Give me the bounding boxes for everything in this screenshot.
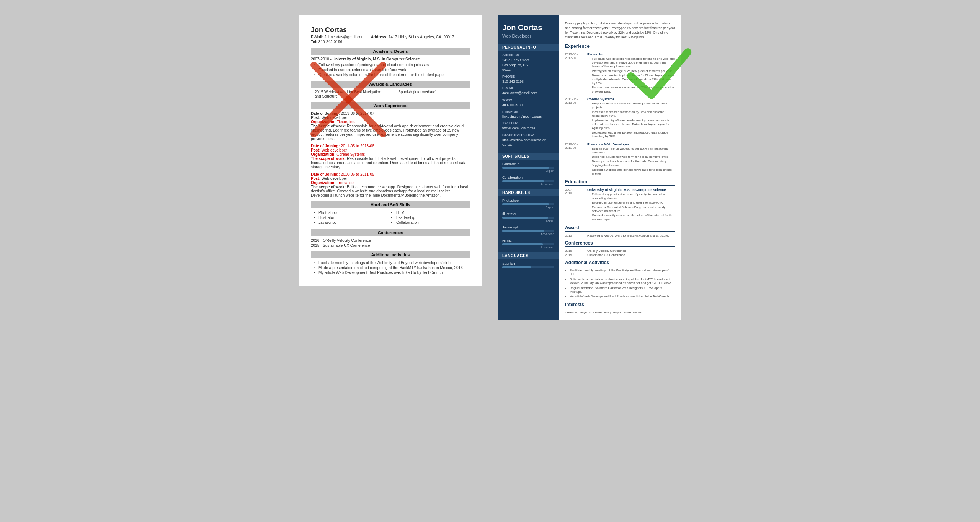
exp-entry-flexor: 2013-06 -2017-07 Flexor, Inc. Full stack…	[565, 52, 675, 95]
work-entry-1: Date of Joining: 2013-06 to 2017-07 Post…	[311, 111, 470, 141]
conf-entry-1: 2016 O'Reilly Velocity Conference	[565, 249, 675, 253]
skill-leadership-name: Leadership	[502, 162, 554, 166]
skill-javascript-bar-bg	[502, 230, 554, 232]
work-2-org: Organization: Corend Systems	[311, 152, 470, 157]
skill-2: Illustrator	[318, 215, 392, 220]
exp-corend-b3: Implemented Agile/Lean development proce…	[592, 119, 675, 130]
activity-3: My article Web Development Best Practice…	[318, 271, 470, 275]
section-conferences: Conferences	[311, 229, 470, 236]
work-1-org: Organization: Flexor, Inc.	[311, 120, 470, 124]
exp-freelance-dates: 2010-06 -2011-05	[565, 142, 584, 176]
sidebar-email-label: E-mail	[502, 86, 554, 90]
sidebar-email-value: JonCortas@gmail.com	[502, 91, 554, 96]
exp-flexor-dates: 2013-06 -2017-07	[565, 52, 584, 95]
exp-corend-b2: Increased customer satisfaction by 35% a…	[592, 110, 675, 118]
sidebar-twitter-label: Twitter	[502, 121, 554, 125]
sidebar-www-value: JonCortas.com	[502, 103, 554, 108]
exp-flexor-bullets: Full stack web developer responsible for…	[587, 57, 675, 94]
skill-collaboration-bar-bg	[502, 180, 554, 182]
academic-degree: University of Virginia, M.S. in Computer…	[333, 57, 420, 61]
skill-3: Javascript	[318, 220, 392, 225]
activities-bullets: Facilitate monthly meetings of the Webfi…	[565, 269, 675, 299]
academic-bullet-3: Created a weekly column on the future of…	[318, 73, 470, 77]
activities-list: Facilitate monthly meetings of the Webfi…	[311, 261, 470, 275]
interests-text: Collecting Vinyls, Mountain biking, Play…	[565, 311, 675, 314]
left-address: 1417 Libby St Los Angeles, CA, 90017	[389, 35, 454, 39]
activity-right-1: Facilitate monthly meetings of the Webfi…	[570, 269, 675, 277]
left-header: Jon Cortas E-Mail: Johncortas@gmail.com …	[311, 26, 470, 44]
right-interests-header: Interests	[565, 302, 675, 308]
sidebar-hard-skills-header: Hard Skills	[498, 189, 559, 196]
award-year: 2015	[565, 234, 584, 237]
skill-javascript-name: Javascript	[502, 225, 554, 229]
left-tel-label: Tel:	[311, 40, 317, 44]
skill-collaboration-name: Collaboration	[502, 176, 554, 179]
work-1-date: Date of Joining: 2013-06 to 2017-07	[311, 111, 470, 116]
exp-freelance-b4: Created a website and donations webapp f…	[592, 168, 675, 176]
left-resume: Jon Cortas E-Mail: Johncortas@gmail.com …	[299, 15, 482, 286]
conf-1-year: 2016	[565, 249, 584, 253]
work-1-post: Post: Web developer	[311, 116, 470, 120]
left-email-label: E-Mail:	[311, 35, 323, 39]
sidebar-title: Web Developer	[502, 34, 554, 38]
right-resume: Jon Cortas Web Developer Personal Info A…	[498, 15, 681, 320]
sidebar-skill-collaboration: Collaboration Advanced	[498, 176, 559, 189]
sidebar-skill-illustrator: Illustrator Expert	[498, 212, 559, 225]
sidebar-languages-header: Languages	[498, 252, 559, 259]
skill-html-name: HTML	[502, 239, 554, 243]
lang-spanish-bar-fill	[502, 266, 531, 268]
work-entry-2: Date of Joining: 2011-05 to 2013-06 Post…	[311, 144, 470, 169]
section-awards: Awards & Languages	[311, 81, 470, 88]
skill-illustrator-level: Expert	[502, 219, 554, 222]
sidebar-name: Jon Cortas	[502, 23, 554, 32]
exp-entry-freelance: 2010-06 -2011-05 Freelance Web Developer…	[565, 142, 675, 176]
skill-illustrator-name: Illustrator	[502, 212, 554, 216]
skill-6: Collaboration	[396, 220, 470, 225]
sidebar-address-block: Address 1417 Libby StreetLos Angeles, CA…	[498, 53, 559, 153]
edu-uva-bullets: Followed my passion in a core of prototy…	[587, 192, 675, 222]
activity-right-3: Regular attendee, Southern California We…	[570, 286, 675, 294]
work-2-date: Date of Joining: 2011-05 to 2013-06	[311, 144, 470, 148]
exp-freelance-company: Freelance Web Developer	[587, 142, 675, 146]
sidebar-twitter-value: twitter.com/JonCortas	[502, 126, 554, 131]
right-sidebar: Jon Cortas Web Developer Personal Info A…	[498, 15, 559, 320]
skill-4: HTML	[396, 210, 470, 215]
academic-bullet-1: Followed my passion of prototyping and c…	[318, 63, 470, 67]
section-activities: Additonal activities	[311, 251, 470, 258]
academic-entry: 2007-2010 - University of Virginia, M.S.…	[311, 57, 470, 61]
conf-2-year: 2015	[565, 253, 584, 257]
right-education-header: Education	[565, 179, 675, 186]
page-wrapper: Jon Cortas E-Mail: Johncortas@gmail.com …	[299, 15, 681, 320]
sidebar-skill-html: HTML Advanced	[498, 239, 559, 252]
left-tel: 310-242-0196	[318, 40, 342, 44]
skill-5: Leadership	[396, 215, 470, 220]
sidebar-address-label: Address	[502, 53, 554, 57]
academic-years: 2007-2010 -	[311, 57, 332, 61]
right-intro: Eye-poppingly prolific, full stack web d…	[565, 21, 675, 40]
sidebar-linkedin-label: LinkedIn	[502, 110, 554, 114]
sidebar-skill-leadership: Leadership Expert	[498, 162, 559, 176]
sidebar-soft-skills-header: Soft Skills	[498, 153, 559, 160]
edu-uva-b1: Followed my passion in a core of prototy…	[592, 192, 675, 201]
academic-bullets: Followed my passion of prototyping and c…	[311, 63, 470, 77]
skill-photoshop-name: Photoshop	[502, 199, 554, 202]
award-left: 2015 Webby Award for Best Navigation and…	[315, 90, 383, 98]
skill-collaboration-level: Advanced	[502, 183, 554, 186]
right-conferences-header: Conferences	[565, 240, 675, 247]
exp-flexor-content: Flexor, Inc. Full stack web developer re…	[587, 52, 675, 95]
exp-freelance-content: Freelance Web Developer Built an ecommer…	[587, 142, 675, 176]
sidebar-lang-spanish: Spanish	[498, 262, 559, 271]
conf-2: 2015 - Sustainable UX Conference	[311, 243, 470, 248]
left-address-label: Address:	[371, 35, 387, 39]
edu-uva-b2: Excelled in user experience and user int…	[592, 201, 675, 205]
exp-freelance-bullets: Built an ecommerce webapp to sell potty …	[587, 147, 675, 176]
exp-entry-corend: 2011-05 -2013-06 Corend Systems Responsi…	[565, 97, 675, 139]
exp-corend-b1: Responsible for full stack web developme…	[592, 102, 675, 110]
exp-corend-dates: 2011-05 -2013-06	[565, 97, 584, 139]
skill-photoshop-bar-fill	[502, 203, 549, 205]
sidebar-profile-header: Jon Cortas Web Developer	[498, 15, 559, 44]
edu-uva-school: University of Virginia, M.S. in Computer…	[587, 188, 675, 192]
exp-freelance-b1: Built an ecommerce webapp to sell potty …	[592, 147, 675, 155]
edu-uva-dates: 2007 -2010	[565, 188, 584, 222]
right-main: Eye-poppingly prolific, full stack web d…	[559, 15, 681, 320]
